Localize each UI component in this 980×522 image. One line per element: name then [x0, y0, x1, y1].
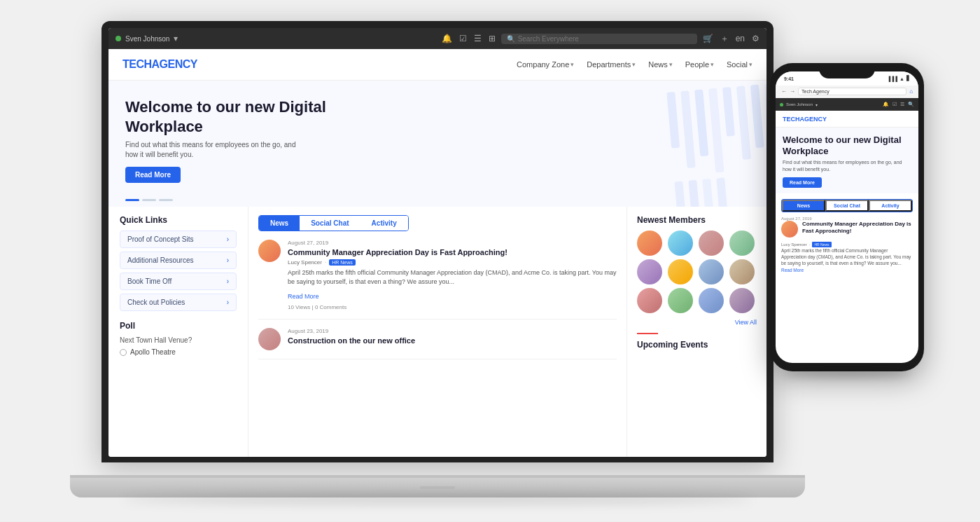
phone-battery-icon: ▋: [906, 76, 910, 81]
member-8[interactable]: [729, 259, 755, 284]
radio-circle-1: [120, 349, 127, 356]
phone-news-avatar: [781, 221, 798, 238]
member-1[interactable]: [637, 231, 662, 256]
search-input[interactable]: [518, 35, 692, 43]
ql-item-2[interactable]: Additional Resources ›: [120, 252, 237, 269]
news-date-2: August 23, 2019: [288, 328, 415, 334]
hero-section: Welcome to our new Digital Workplace Fin…: [108, 81, 766, 207]
phone-menu-icon[interactable]: ☰: [900, 102, 904, 107]
ql-arrow-1: ›: [227, 235, 229, 243]
news-avatar-img-2: [258, 328, 281, 350]
feed-tabs: News Social Chat Activity: [258, 215, 409, 231]
phone-back-icon[interactable]: ←: [781, 88, 787, 95]
phone-notch: [819, 63, 875, 78]
news-comments-1: 0 Comments: [315, 304, 346, 310]
ql-label-4: Check out Policies: [127, 298, 185, 306]
search-bar[interactable]: 🔍: [501, 34, 697, 44]
member-3[interactable]: [699, 231, 724, 256]
cart-icon[interactable]: 🛒: [703, 34, 713, 43]
top-bar-right: 🛒 ＋ en ⚙: [703, 33, 760, 45]
quick-links-panel: Quick Links Proof of Concept Sits › Addi…: [108, 207, 248, 457]
poll-title: Poll: [120, 321, 237, 331]
poll-option-label-1: Apollo Theatre: [130, 348, 176, 356]
laptop-screen-bezel: Sven Johnson ▾ 🔔 ☑ ☰ ⊞ 🔍 🛒: [102, 21, 774, 462]
phone-tab-activity[interactable]: Activity: [869, 200, 912, 212]
news-title-1[interactable]: Community Manager Appreciation Day is Fa…: [288, 247, 617, 257]
phone-logo[interactable]: TECHAGENCY: [783, 116, 827, 123]
window-icon[interactable]: ⊞: [489, 34, 496, 43]
nav-company-zone[interactable]: Company Zone: [517, 60, 574, 69]
phone-hero: Welcome to our new Digital Workplace Fin…: [776, 128, 918, 193]
news-avatar-2: [258, 328, 281, 350]
tab-activity[interactable]: Activity: [360, 216, 408, 231]
tab-news[interactable]: News: [259, 216, 300, 231]
phone-hero-subtitle: Find out what this means for employees o…: [783, 159, 911, 173]
tab-social-chat[interactable]: Social Chat: [300, 216, 360, 231]
add-icon[interactable]: ＋: [720, 33, 729, 45]
news-read-more-1[interactable]: Read More: [288, 293, 319, 300]
view-all-members[interactable]: View All: [637, 319, 757, 326]
settings-icon[interactable]: ⚙: [752, 34, 760, 43]
nav-departments[interactable]: Departments: [587, 60, 636, 69]
center-feed: News Social Chat Activity August 27, 201…: [248, 207, 626, 457]
phone-screen: 9:41 ▐▐▐ ▲ ▋ ← → Tech Agency ⌂: [776, 71, 918, 363]
phone-news-feed: August 27, 2019 Community Manager Apprec…: [776, 217, 918, 273]
ql-arrow-2: ›: [227, 256, 229, 264]
member-12[interactable]: [729, 288, 755, 313]
logo[interactable]: TECHAGENCY: [122, 58, 197, 71]
poll-option-1[interactable]: Apollo Theatre: [120, 348, 237, 356]
ql-item-4[interactable]: Check out Policies ›: [120, 294, 237, 311]
phone-home-icon[interactable]: ⌂: [909, 88, 913, 95]
red-divider: [637, 333, 658, 334]
checkbox-icon[interactable]: ☑: [459, 34, 467, 43]
ql-arrow-4: ›: [227, 298, 229, 306]
news-date-1: August 27, 2019: [288, 240, 617, 246]
ql-label-2: Additional Resources: [127, 256, 194, 264]
nav-social[interactable]: Social: [727, 60, 752, 69]
member-4[interactable]: [729, 231, 755, 256]
phone-search-icon[interactable]: 🔍: [908, 102, 914, 107]
top-bar-left: Sven Johnson ▾: [115, 34, 436, 43]
news-avatar-img-1: [258, 240, 281, 262]
phone-forward-icon[interactable]: →: [790, 88, 795, 95]
nav-news[interactable]: News: [648, 60, 673, 69]
hero-title: Welcome to our new Digital Workplace: [125, 97, 335, 136]
phone-hero-read-more[interactable]: Read More: [783, 177, 822, 188]
hero-dot-2: [142, 199, 156, 201]
phone-news-text: April 25th marks the fifth official Comm…: [781, 247, 913, 266]
logo-part1: TECH: [122, 58, 152, 70]
member-7[interactable]: [699, 259, 724, 284]
phone-news-title[interactable]: Community Manager Appreciation Day is Fa…: [802, 221, 913, 235]
phone-check-icon[interactable]: ☑: [892, 102, 897, 107]
phone-tab-social[interactable]: Social Chat: [825, 200, 869, 212]
phone-signal-icon: ▐▐▐: [887, 76, 897, 81]
member-10[interactable]: [668, 288, 693, 313]
phone-tab-news[interactable]: News: [782, 200, 825, 212]
phone-read-more-link[interactable]: Read More: [781, 268, 913, 273]
laptop-trackpad: [420, 486, 455, 489]
member-11[interactable]: [699, 288, 724, 313]
nav-people[interactable]: People: [685, 60, 714, 69]
scene: Sven Johnson ▾ 🔔 ☑ ☰ ⊞ 🔍 🛒: [0, 0, 980, 522]
notification-icon[interactable]: 🔔: [442, 34, 452, 43]
member-2[interactable]: [668, 231, 693, 256]
member-5[interactable]: [637, 259, 662, 284]
phone-news-item-1: Community Manager Appreciation Day is Fa…: [781, 221, 913, 238]
phone-user-name: Sven Johnson: [786, 102, 813, 107]
right-panel: Newest Members: [626, 207, 766, 457]
news-title-2[interactable]: Construction on the our new office: [288, 336, 415, 345]
phone-status-icons: ▐▐▐ ▲ ▋: [887, 76, 910, 81]
phone-url-bar[interactable]: Tech Agency: [798, 88, 906, 95]
phone-news-content: Community Manager Appreciation Day is Fa…: [802, 221, 913, 238]
ql-item-3[interactable]: Book Time Off ›: [120, 273, 237, 290]
news-avatar-1: [258, 240, 281, 262]
hero-read-more-button[interactable]: Read More: [125, 167, 181, 183]
member-6[interactable]: [668, 259, 693, 284]
phone-notification-icon[interactable]: 🔔: [883, 102, 889, 107]
member-9[interactable]: [637, 288, 662, 313]
phone-wifi-icon: ▲: [899, 76, 904, 81]
ql-item-1[interactable]: Proof of Concept Sits ›: [120, 231, 237, 248]
menu-icon[interactable]: ☰: [474, 34, 482, 43]
lang-label: en: [736, 34, 745, 43]
top-bar-notification-icons: 🔔 ☑ ☰ ⊞: [442, 34, 496, 43]
